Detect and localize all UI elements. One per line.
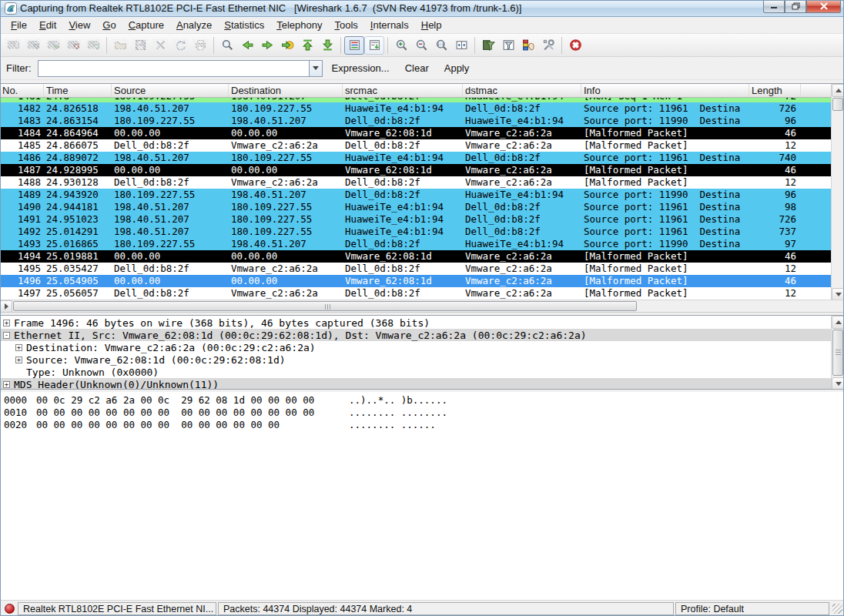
zoom-out-icon[interactable] [411,36,431,55]
menu-item[interactable]: View [62,18,96,32]
packet-list-vscrollbar[interactable] [831,84,844,301]
vscroll-thumb[interactable] [832,330,843,376]
clear-button[interactable]: Clear [399,60,435,76]
capture-filters-icon[interactable] [478,36,498,55]
go-back-icon[interactable] [237,36,257,55]
auto-scroll-icon[interactable] [364,36,384,55]
menu-item[interactable]: File [5,18,33,32]
menu-item[interactable]: Telephony [270,18,328,32]
resize-grip-icon[interactable] [832,604,842,614]
preferences-icon[interactable] [538,36,558,55]
packet-row[interactable]: 1489 24.943920 180.109.227.55 198.40.51.… [0,189,831,201]
menu-item[interactable]: Tools [329,18,364,32]
capture-start-icon[interactable] [43,36,63,55]
go-to-top-icon[interactable] [297,36,317,55]
packet-row[interactable]: 1497 25.056057 Dell_0d:b8:2f Vmware_c2:a… [0,287,831,300]
menu-item[interactable]: Go [96,18,122,32]
column-header[interactable] [801,84,831,97]
scroll-right-icon[interactable] [0,300,12,313]
close-file-icon[interactable] [150,36,170,55]
packet-row[interactable]: 1485 24.866075 Dell_0d:b8:2f Vmware_c2:a… [0,139,831,152]
expert-info-icon[interactable] [5,604,15,614]
column-header[interactable]: srcmac [343,84,463,97]
menu-item[interactable]: Edit [33,18,62,32]
go-to-bottom-icon[interactable] [317,36,337,55]
colorize-packets-icon[interactable] [344,36,364,55]
details-row[interactable]: - Ethernet II, Src: Vmware_62:08:1d (00:… [0,329,831,341]
go-forward-icon[interactable] [257,36,277,55]
expander-icon[interactable]: - [3,332,10,339]
expression-button[interactable]: Expression... [326,60,396,76]
menu-item[interactable]: Statistics [218,18,270,32]
menu-item[interactable]: Analyze [170,18,218,32]
vscroll-thumb[interactable] [832,98,843,111]
maximize-button[interactable] [785,0,806,13]
reload-file-icon[interactable] [170,36,190,55]
print-icon[interactable] [190,36,210,55]
resize-columns-icon[interactable] [451,36,471,55]
capture-restart-icon[interactable] [83,36,103,55]
details-row[interactable]: + Destination: Vmware_c2:a6:2a (00:0c:29… [0,341,831,353]
display-filters-icon[interactable] [498,36,518,55]
scroll-up-icon[interactable] [832,84,844,97]
go-to-packet-icon[interactable] [277,36,297,55]
hex-row[interactable]: 0020 00 00 00 00 00 00 00 00 00 00 00 00… [0,419,844,431]
details-row[interactable]: Type: Unknown (0x0000) [0,366,831,378]
packet-row[interactable]: 1493 25.016865 180.109.227.55 198.40.51.… [0,238,831,250]
scroll-up-icon[interactable] [832,316,844,329]
packet-row[interactable]: 1487 24.928995 00.00.00 00.00.00 Vmware_… [0,164,831,176]
open-file-icon[interactable] [110,36,130,55]
list-interfaces-icon[interactable] [3,36,23,55]
packet-row[interactable]: 1486 24.889072 198.40.51.207 180.109.227… [0,152,831,164]
hex-row[interactable]: 0010 00 00 00 00 00 00 00 00 00 00 00 00… [0,407,844,419]
menu-item[interactable]: Help [415,18,448,32]
expander-icon[interactable]: + [15,344,22,351]
coloring-rules-icon[interactable] [518,36,538,55]
apply-button[interactable]: Apply [438,60,476,76]
save-file-icon[interactable] [130,36,150,55]
column-header[interactable]: Destination [229,84,343,97]
expander-icon[interactable]: + [3,320,10,326]
details-row[interactable]: + Frame 1496: 46 bytes on wire (368 bits… [0,316,831,329]
column-header[interactable]: Source [112,84,229,97]
filter-input[interactable] [38,60,309,77]
packet-row[interactable]: 1495 25.035427 Dell_0d:b8:2f Vmware_c2:a… [0,263,831,275]
details-vscrollbar[interactable] [831,316,844,390]
packet-row[interactable]: 1488 24.930128 Dell_0d:b8:2f Vmware_c2:a… [0,176,831,189]
status-profile[interactable]: Profile: Default [675,602,829,615]
packet-row[interactable]: 1496 25.054905 00.00.00 00.00.00 Vmware_… [0,275,831,287]
zoom-in-icon[interactable] [391,36,411,55]
column-header[interactable]: dstmac [463,84,581,97]
hex-row[interactable]: 0000 00 0c 29 c2 a6 2a 00 0c 29 62 08 1d… [0,394,844,407]
close-button[interactable] [806,0,841,13]
capture-stop-icon[interactable] [63,36,83,55]
packet-row[interactable]: 1482 24.826518 198.40.51.207 180.109.227… [0,102,831,115]
find-packet-icon[interactable] [217,36,237,55]
column-header[interactable]: Info [581,84,749,97]
column-header[interactable]: Length [749,84,801,97]
packet-list-hscrollbar[interactable] [0,300,844,312]
capture-options-icon[interactable] [23,36,43,55]
expander-icon[interactable]: + [15,357,22,363]
minimize-button[interactable] [763,0,785,13]
expander-icon[interactable]: + [3,381,10,388]
packet-row[interactable]: 1491 24.951023 198.40.51.207 180.109.227… [0,213,831,226]
packet-row[interactable]: 1484 24.864964 00.00.00 00.00.00 Vmware_… [0,127,831,139]
packet-row[interactable]: 1492 25.014291 198.40.51.207 180.109.227… [0,226,831,238]
menu-item[interactable]: Capture [122,18,170,32]
details-row[interactable]: + MDS Header(Unknown(0)/Unknown(11)) [0,378,831,390]
help-icon[interactable] [565,36,585,55]
column-header[interactable]: No. [0,84,44,97]
zoom-100-icon[interactable]: 1:1 [431,36,451,55]
packet-row[interactable]: 1490 24.944181 198.40.51.207 180.109.227… [0,201,831,213]
status-interface[interactable]: Realtek RTL8102E PCI-E Fast Ethernet NI.… [18,602,216,615]
filter-dropdown-button[interactable] [309,60,323,77]
packet-row[interactable]: 1494 25.019881 00.00.00 00.00.00 Vmware_… [0,250,831,263]
packet-list-pane: No.TimeSourceDestinationsrcmacdstmacInfo… [0,83,844,313]
packet-row[interactable]: 1483 24.863154 180.109.227.55 198.40.51.… [0,115,831,127]
scroll-down-icon[interactable] [832,377,844,390]
hscroll-thumb[interactable] [13,301,637,311]
menu-item[interactable]: Internals [364,18,415,32]
column-header[interactable]: Time [44,84,112,97]
details-row[interactable]: + Source: Vmware_62:08:1d (00:0c:29:62:0… [0,353,831,366]
